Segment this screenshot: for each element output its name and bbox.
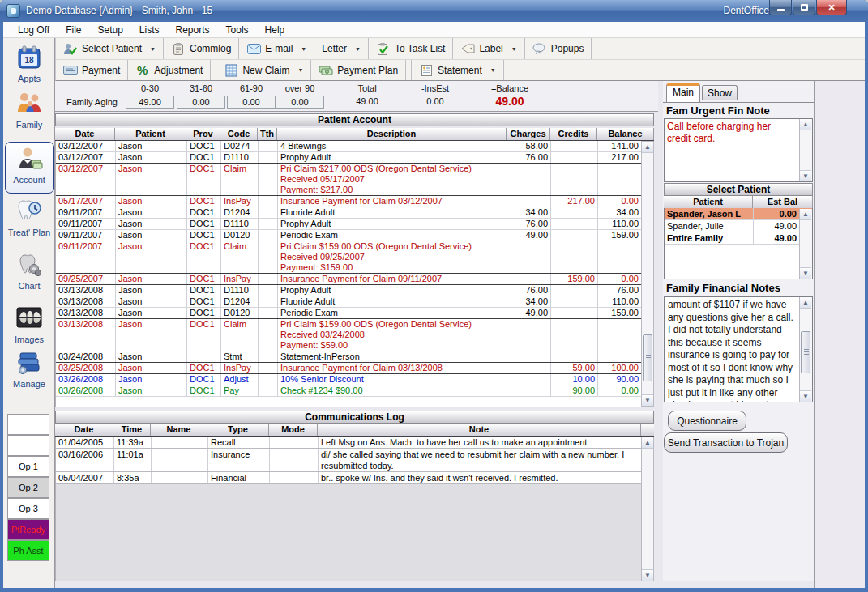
account-row[interactable]: 03/13/2008JasonDOC1D0120Periodic Exam49.… — [56, 308, 641, 319]
send-transaction-trojan-button[interactable]: Send Transaction to Trojan — [664, 432, 788, 453]
commlog-row[interactable]: 01/04/200511:39aRecallLeft Msg on Ans. M… — [56, 437, 641, 449]
menu-item-setup[interactable]: Setup — [89, 23, 130, 37]
column-header-mode[interactable]: Mode — [269, 424, 318, 436]
op-button-blank[interactable] — [7, 414, 49, 435]
fam-urgent-note-box[interactable]: Call before charging her credit card. ▲ … — [664, 118, 813, 182]
toolbar-button-commlog[interactable]: Commlog — [164, 38, 239, 59]
column-header-type[interactable]: Type — [207, 424, 269, 436]
chevron-down-icon[interactable]: ▼ — [150, 46, 156, 52]
scroll-down-icon[interactable]: ▼ — [642, 569, 653, 581]
account-row[interactable]: 09/25/2007JasonDOC1InsPayInsurance Payme… — [56, 274, 641, 285]
chevron-down-icon[interactable]: ▼ — [301, 46, 306, 52]
scroll-down-icon[interactable]: ▼ — [800, 170, 811, 181]
account-row[interactable]: 03/26/2008JasonDOC1PayCheck #1234 $90.00… — [56, 385, 641, 397]
account-scrollbar-thumb[interactable] — [643, 334, 652, 381]
op-button-ptready[interactable]: PtReady — [7, 519, 49, 540]
op-button-blank[interactable] — [7, 435, 49, 456]
account-row[interactable]: 03/24/2008JasonStmtStatement-InPerson — [56, 351, 641, 363]
account-row[interactable]: 03/25/2008JasonDOC1InsPayInsurance Payme… — [56, 363, 641, 374]
toolbar-button-letter[interactable]: Letter▼ — [314, 38, 369, 59]
chevron-down-icon[interactable]: ▼ — [511, 46, 517, 52]
account-row[interactable]: 03/13/2008JasonDOC1ClaimPri Claim $159.0… — [56, 319, 641, 351]
commlog-scrollbar[interactable]: ▲ ▼ — [641, 437, 654, 581]
account-row[interactable]: 03/26/2008JasonDOC1Adjust10% Senior Disc… — [56, 374, 641, 385]
menu-item-lists[interactable]: Lists — [131, 23, 168, 37]
account-row[interactable]: 05/17/2007JasonDOC1InsPayInsurance Payme… — [56, 196, 641, 207]
op-button-op-3[interactable]: Op 3 — [7, 498, 49, 519]
toolbar-button-label[interactable]: Label▼ — [453, 38, 524, 59]
select-patient-row[interactable]: Spander, Jason L0.00 — [665, 208, 812, 220]
select-patient-row[interactable]: Spander, Julie49.00 — [665, 220, 812, 232]
column-header-code[interactable]: Code — [220, 128, 258, 140]
menu-item-file[interactable]: File — [58, 23, 89, 37]
column-header-name[interactable]: Name — [151, 424, 207, 436]
sidebar-item-family[interactable]: Family — [3, 91, 55, 138]
questionnaire-button[interactable]: Questionnaire — [668, 411, 746, 431]
tab-show[interactable]: Show — [702, 85, 738, 100]
commlog-row[interactable]: 03/16/200611:01aInsurancedi/ she called … — [56, 449, 641, 472]
menu-item-log-off[interactable]: Log Off — [10, 23, 58, 37]
sidebar-item-chart[interactable]: Chart — [3, 252, 55, 299]
toolbar-button-payment-plan[interactable]: Payment Plan — [311, 60, 406, 80]
sidebar-item-treat-plan[interactable]: Treat' Plan — [3, 198, 55, 245]
scroll-up-icon[interactable]: ▲ — [800, 209, 811, 220]
toolbar-button-new-claim[interactable]: New Claim▼ — [216, 60, 311, 80]
toolbar-button-e-mail[interactable]: E-mail▼ — [239, 38, 314, 59]
op-button-ph-asst[interactable]: Ph Asst — [7, 540, 49, 561]
column-header-balance[interactable]: Balance — [597, 128, 654, 140]
scroll-up-icon[interactable]: ▲ — [800, 297, 811, 309]
menu-item-tools[interactable]: Tools — [218, 23, 257, 37]
menu-item-help[interactable]: Help — [257, 23, 293, 37]
account-row[interactable]: 09/11/2007JasonDOC1D1204Fluoride Adult34… — [56, 207, 641, 219]
account-row[interactable]: 03/13/2008JasonDOC1D1204Fluoride Adult34… — [56, 296, 641, 308]
column-header-prov[interactable]: Prov — [186, 128, 220, 140]
column-header-patient[interactable]: Patient — [664, 196, 753, 208]
column-header-note[interactable]: Note — [318, 424, 641, 436]
menu-item-reports[interactable]: Reports — [168, 23, 218, 37]
chevron-down-icon[interactable]: ▼ — [297, 67, 303, 73]
account-row[interactable]: 03/12/2007JasonDOC1ClaimPri Claim $217.0… — [56, 164, 641, 196]
toolbar-button-to-task-list[interactable]: To Task List — [369, 38, 453, 59]
account-row[interactable]: 03/12/2007JasonDOC1D02744 Bitewings58.00… — [56, 141, 641, 152]
maximize-button[interactable] — [793, 0, 815, 15]
column-header-charges[interactable]: Charges — [507, 128, 550, 140]
sidebar-item-manage[interactable]: Manage — [3, 350, 55, 397]
scroll-down-icon[interactable]: ▼ — [642, 394, 653, 406]
close-button[interactable]: ✕ — [816, 0, 847, 15]
scroll-down-icon[interactable]: ▼ — [800, 267, 811, 279]
select-patient-row[interactable]: Entire Family49.00 — [665, 232, 812, 245]
minimize-button[interactable] — [769, 0, 792, 15]
account-row[interactable]: 03/13/2008JasonDOC1D1110Prophy Adult76.0… — [56, 285, 641, 296]
sidebar-item-images[interactable]: Images — [3, 305, 55, 352]
chevron-down-icon[interactable]: ▼ — [490, 67, 496, 73]
account-row[interactable]: 09/11/2007JasonDOC1D1110Prophy Adult76.0… — [56, 219, 641, 230]
column-header-tth[interactable]: Tth — [258, 128, 277, 140]
account-row[interactable]: 03/12/2007JasonDOC1D1110Prophy Adult76.0… — [56, 152, 641, 164]
scroll-up-icon[interactable]: ▲ — [800, 119, 811, 130]
op-button-op-1[interactable]: Op 1 — [7, 456, 49, 477]
sidebar-item-account[interactable]: Account — [3, 146, 55, 193]
toolbar-button-popups[interactable]: Popups — [525, 38, 592, 59]
column-header-credits[interactable]: Credits — [550, 128, 597, 140]
commlog-row[interactable]: 05/04/20078:35aFinancialbr.. spoke w/ In… — [56, 472, 641, 484]
column-header-time[interactable]: Time — [113, 424, 151, 436]
toolbar-button-adjustment[interactable]: %Adjustment — [128, 60, 211, 80]
sidebar-item-appts[interactable]: 18Appts — [3, 45, 55, 92]
column-header-date[interactable]: Date — [55, 128, 115, 140]
chevron-down-icon[interactable]: ▼ — [355, 46, 361, 52]
account-row[interactable]: 09/11/2007JasonDOC1D0120Periodic Exam49.… — [56, 230, 641, 241]
scroll-up-icon[interactable]: ▲ — [642, 437, 653, 449]
family-financial-notes-box[interactable]: amount of $1107 if we have any questions… — [664, 296, 813, 402]
notes-scrollbar-thumb[interactable] — [801, 331, 810, 373]
column-header-description[interactable]: Description — [277, 128, 507, 140]
column-header-patient[interactable]: Patient — [115, 128, 186, 140]
toolbar-button-statement[interactable]: Statement▼ — [411, 60, 504, 80]
account-row[interactable]: 09/11/2007JasonDOC1ClaimPri Claim $159.0… — [56, 241, 641, 274]
op-button-op-2[interactable]: Op 2 — [7, 477, 49, 498]
toolbar-button-select-patient[interactable]: Select Patient▼ — [56, 38, 164, 59]
column-header-est-bal[interactable]: Est Bal — [753, 196, 813, 208]
toolbar-button-payment[interactable]: Payment — [56, 60, 128, 80]
column-header-date[interactable]: Date — [55, 424, 113, 436]
scroll-down-icon[interactable]: ▼ — [800, 390, 811, 402]
account-scrollbar[interactable]: ▲ ▼ — [641, 141, 654, 407]
